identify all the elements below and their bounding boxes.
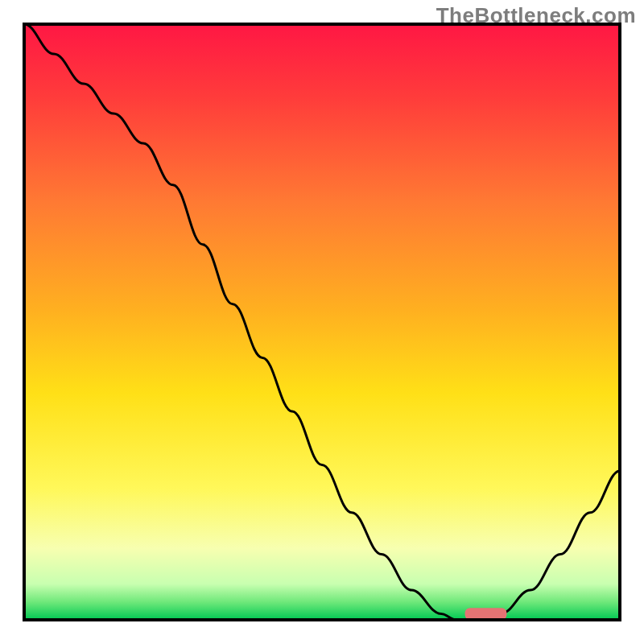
plot-area	[24, 24, 620, 620]
selected-marker	[465, 608, 507, 620]
watermark-text: TheBottleneck.com	[436, 3, 636, 28]
chart-canvas	[0, 0, 644, 644]
